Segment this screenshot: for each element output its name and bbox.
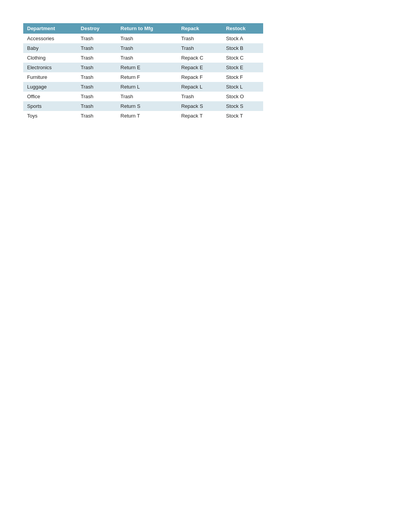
table-cell: Office [23,92,77,101]
table-cell: Return S [116,101,177,111]
table-cell: Repack T [177,111,222,121]
table-cell: Stock T [222,111,263,121]
table-cell: Stock S [222,101,263,111]
table-row: ClothingTrashTrashRepack CStock C [23,53,263,63]
table-cell: Trash [77,43,117,53]
table-row: SportsTrashReturn SRepack SStock S [23,101,263,111]
table-cell: Return E [116,63,177,72]
table-cell: Trash [77,72,117,82]
table-cell: Sports [23,101,77,111]
table-cell: Trash [77,101,117,111]
table-body: AccessoriesTrashTrashTrashStock ABabyTra… [23,34,263,121]
table-cell: Trash [116,92,177,101]
table-row: ToysTrashReturn TRepack TStock T [23,111,263,121]
table-cell: Clothing [23,53,77,63]
table-cell: Trash [116,43,177,53]
table-cell: Accessories [23,34,77,43]
table-cell: Trash [177,43,222,53]
table-cell: Trash [77,92,117,101]
table-cell: Trash [177,34,222,43]
table-cell: Stock A [222,34,263,43]
table-cell: Repack L [177,82,222,92]
table-cell: Stock L [222,82,263,92]
table-cell: Baby [23,43,77,53]
table-row: ElectronicsTrashReturn ERepack EStock E [23,63,263,72]
table-cell: Trash [77,53,117,63]
table-cell: Luggage [23,82,77,92]
table-cell: Stock C [222,53,263,63]
table-cell: Return T [116,111,177,121]
table-row: FurnitureTrashReturn FRepack FStock F [23,72,263,82]
header-cell-return-to-mfg: Return to Mfg [116,23,177,34]
table-row: OfficeTrashTrashTrashStock O [23,92,263,101]
table-cell: Trash [177,92,222,101]
table-cell: Trash [116,34,177,43]
table-cell: Trash [77,111,117,121]
header-cell-destroy: Destroy [77,23,117,34]
header-cell-restock: Restock [222,23,263,34]
table-cell: Trash [77,82,117,92]
table-cell: Repack E [177,63,222,72]
table-header: DepartmentDestroyReturn to MfgRepackRest… [23,23,263,34]
table-cell: Repack F [177,72,222,82]
main-table-container: DepartmentDestroyReturn to MfgRepackRest… [23,23,263,121]
table-row: AccessoriesTrashTrashTrashStock A [23,34,263,43]
table-row: LuggageTrashReturn LRepack LStock L [23,82,263,92]
table-cell: Stock B [222,43,263,53]
header-cell-repack: Repack [177,23,222,34]
table-cell: Furniture [23,72,77,82]
table-cell: Trash [77,63,117,72]
header-cell-department: Department [23,23,77,34]
table-cell: Stock O [222,92,263,101]
table-row: BabyTrashTrashTrashStock B [23,43,263,53]
table-cell: Stock E [222,63,263,72]
table-cell: Trash [77,34,117,43]
department-table: DepartmentDestroyReturn to MfgRepackRest… [23,23,263,121]
table-cell: Toys [23,111,77,121]
table-cell: Repack S [177,101,222,111]
table-cell: Return F [116,72,177,82]
header-row: DepartmentDestroyReturn to MfgRepackRest… [23,23,263,34]
table-cell: Repack C [177,53,222,63]
table-cell: Stock F [222,72,263,82]
table-cell: Trash [116,53,177,63]
table-cell: Electronics [23,63,77,72]
table-cell: Return L [116,82,177,92]
